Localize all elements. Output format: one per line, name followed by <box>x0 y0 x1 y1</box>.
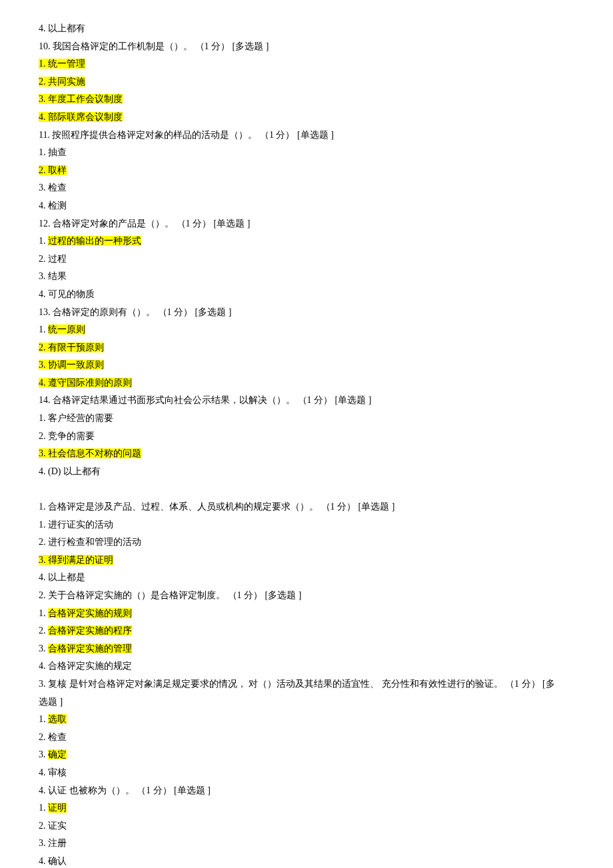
plain-text: 2. <box>39 626 48 636</box>
highlighted-text: 确定 <box>48 749 67 759</box>
highlighted-text: 2. 共同实施 <box>39 77 85 87</box>
plain-text: （1 分） [多选题 ] <box>193 41 269 51</box>
text-line: 1. 过程的输出的一种形式 <box>39 232 574 250</box>
text-line: 3. 协调一致原则 <box>39 356 574 374</box>
text-line: 1. 选取 <box>39 711 574 729</box>
text-line: 4. 遵守国际准则的原则 <box>39 374 574 392</box>
highlighted-text: 3. 年度工作会议制度 <box>39 94 123 104</box>
highlighted-text: 统一原则 <box>48 324 85 334</box>
plain-text: 4. 合格评定实施的规定 <box>39 661 132 671</box>
plain-text: 2. 证实 <box>39 821 67 831</box>
highlighted-text: 过程的输出的一种形式 <box>48 236 141 246</box>
highlighted-text: 1. 统一管理 <box>39 59 85 69</box>
plain-text: 4. 认证 也被称为（）。 <box>39 785 135 795</box>
plain-text: 3. 复核 是针对合格评定对象满足规定要求的情况， 对（）活动及其结果的适宜性、… <box>39 679 555 689</box>
plain-text: 4. (D) 以上都有 <box>39 466 101 476</box>
text-line: 3. 确定 <box>39 746 574 764</box>
plain-text: 1. 抽查 <box>39 147 67 157</box>
plain-text: 13. 合格评定的原则有（）。 <box>39 307 155 317</box>
text-line: 1. 合格评定实施的规则 <box>39 605 574 623</box>
text-line: 3. 检查 <box>39 179 574 197</box>
highlighted-text: 4. 遵守国际准则的原则 <box>39 378 132 388</box>
text-line: 3. 结果 <box>39 268 574 286</box>
text-line: 4. 部际联席会议制度 <box>39 109 574 127</box>
text-line: 2. 检查 <box>39 729 574 747</box>
text-line: 10. 我国合格评定的工作机制是（）。 （1 分） [多选题 ] <box>39 38 574 56</box>
plain-text: 11. 按照程序提供合格评定对象的样品的活动是（）。 <box>39 130 257 140</box>
plain-text: 1. <box>39 608 48 618</box>
plain-text: 4. 确认 <box>39 856 67 866</box>
text-line: 4. 确认 <box>39 853 574 868</box>
text-line: 3. 得到满足的证明 <box>39 552 574 570</box>
text-line: 2. 合格评定实施的程序 <box>39 622 574 640</box>
text-line: 4. 审核 <box>39 764 574 782</box>
plain-text: 3. 注册 <box>39 838 67 848</box>
plain-text: （1 分） [多选题 ] <box>155 307 231 317</box>
plain-text: 3. <box>39 644 48 653</box>
text-line: 1. 统一管理 <box>39 55 574 73</box>
plain-text: （1 分） [单选题 ] <box>174 218 250 228</box>
text-line: 1. 统一原则 <box>39 321 574 339</box>
plain-text: 1. 进行证实的活动 <box>39 520 113 530</box>
plain-text: 10. 我国合格评定的工作机制是（）。 <box>39 41 193 51</box>
plain-text: 3. 检查 <box>39 183 67 193</box>
text-line: 13. 合格评定的原则有（）。 （1 分） [多选题 ] <box>39 304 574 322</box>
plain-text: 1. <box>39 236 48 246</box>
plain-text: 14. 合格评定结果通过书面形式向社会公示结果，以解决（）。 <box>39 395 295 405</box>
text-line: 4. 合格评定实施的规定 <box>39 657 574 675</box>
text-line: 2. 取样 <box>39 162 574 180</box>
text-line: 4. 可见的物质 <box>39 286 574 304</box>
text-line: 2. 证实 <box>39 817 574 835</box>
plain-text: 2. 过程 <box>39 254 67 264</box>
plain-text: 4. 以上都是 <box>39 572 85 582</box>
document-page: 4. 以上都有10. 我国合格评定的工作机制是（）。 （1 分） [多选题 ]1… <box>0 0 613 868</box>
text-line: 2. 有限干预原则 <box>39 339 574 357</box>
plain-text: （1 分） [单选题 ] <box>318 502 394 512</box>
highlighted-text: 2. 有限干预原则 <box>39 342 104 352</box>
plain-text: 4. 检测 <box>39 201 67 211</box>
plain-text: 1. <box>39 803 48 813</box>
text-line: 2. 共同实施 <box>39 73 574 91</box>
plain-text: 1. <box>39 324 48 334</box>
text-line: 11. 按照程序提供合格评定对象的样品的活动是（）。 （1 分） [单选题 ] <box>39 127 574 145</box>
text-line: 3. 年度工作会议制度 <box>39 91 574 109</box>
text-line: 1. 证明 <box>39 799 574 817</box>
text-line: 3. 注册 <box>39 835 574 853</box>
plain-text: 4. 审核 <box>39 767 67 777</box>
text-line: 3. 社会信息不对称的问题 <box>39 445 574 463</box>
text-line: 选题 ] <box>39 693 574 711</box>
text-line: 4. (D) 以上都有 <box>39 463 574 481</box>
text-line: 2. 关于合格评定实施的（）是合格评定制度。 （1 分） [多选题 ] <box>39 587 574 605</box>
plain-text: （1 分） [单选题 ] <box>257 130 333 140</box>
text-line: 1. 进行证实的活动 <box>39 516 574 534</box>
highlighted-text: 选取 <box>48 714 67 724</box>
text-line: 1. 客户经营的需要 <box>39 410 574 428</box>
plain-text: 2. 检查 <box>39 732 67 742</box>
plain-text: 3. <box>39 749 48 759</box>
text-line: 4. 以上都是 <box>39 569 574 587</box>
text-line: 2. 进行检查和管理的活动 <box>39 534 574 552</box>
text-line: 14. 合格评定结果通过书面形式向社会公示结果，以解决（）。 （1 分） [单选… <box>39 392 574 410</box>
highlighted-text: 合格评定实施的程序 <box>48 626 132 636</box>
highlighted-text: 合格评定实施的规则 <box>48 608 132 618</box>
plain-text: （1 分） [单选题 ] <box>135 785 211 795</box>
highlighted-text: 3. 得到满足的证明 <box>39 555 113 565</box>
text-line: 1. 抽查 <box>39 144 574 162</box>
text-line: 12. 合格评定对象的产品是（）。 （1 分） [单选题 ] <box>39 215 574 233</box>
text-line: 3. 复核 是针对合格评定对象满足规定要求的情况， 对（）活动及其结果的适宜性、… <box>39 675 574 693</box>
plain-text: 2. 竞争的需要 <box>39 431 95 441</box>
plain-text: 2. 关于合格评定实施的（）是合格评定制度。 <box>39 590 225 600</box>
plain-text: 1. 合格评定是涉及产品、过程、体系、人员或机构的规定要求（）。 <box>39 502 318 512</box>
plain-text: 选题 ] <box>39 697 63 707</box>
highlighted-text: 合格评定实施的管理 <box>48 644 132 653</box>
highlighted-text: 3. 社会信息不对称的问题 <box>39 448 141 458</box>
plain-text: 3. 结果 <box>39 271 67 281</box>
text-line: 2. 竞争的需要 <box>39 428 574 446</box>
plain-text: 2. 进行检查和管理的活动 <box>39 537 141 547</box>
text-line: 2. 过程 <box>39 250 574 268</box>
text-line: 4. 认证 也被称为（）。 （1 分） [单选题 ] <box>39 782 574 800</box>
text-line <box>39 480 574 498</box>
plain-text: 4. 可见的物质 <box>39 289 95 299</box>
text-line: 4. 以上都有 <box>39 20 574 38</box>
text-line: 1. 合格评定是涉及产品、过程、体系、人员或机构的规定要求（）。 （1 分） [… <box>39 498 574 516</box>
